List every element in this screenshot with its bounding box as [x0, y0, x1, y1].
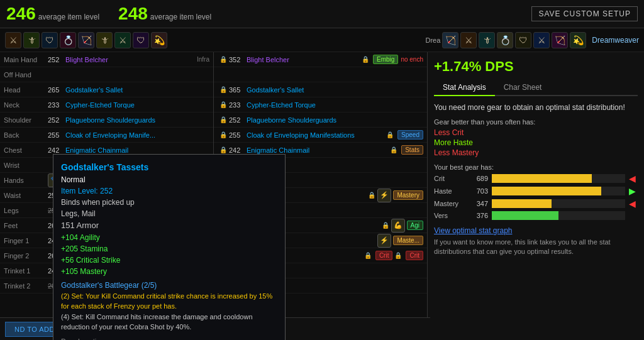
stat-row-mastery: Mastery 347 ◀	[434, 199, 638, 209]
slot-neck: Neck	[4, 101, 48, 109]
tooltip-stat3: +56 Critical Strike	[61, 255, 277, 266]
gear-row-main-hand-right[interactable]: 🔒 352 Blight Belcher 🔒 Embig no ench	[214, 52, 427, 67]
tab-char-sheet[interactable]: Char Sheet	[495, 80, 551, 96]
lock-finger2b: 🔒	[394, 252, 402, 259]
lock-back: 🔒	[219, 131, 227, 138]
item-tooltip: Godstalker's Tassets Normal Item Level: …	[53, 154, 286, 340]
stat-label-haste: Haste	[434, 187, 465, 195]
gear-row-head-right[interactable]: 🔒 365 Godstalker's Sallet	[214, 82, 427, 97]
lock-finger2: 🔒	[364, 252, 372, 259]
stat-bar-fill-crit	[492, 174, 592, 183]
badge-embig: Embig	[373, 55, 398, 64]
badge-agi: Agi	[407, 221, 423, 230]
icon-right-5[interactable]: 🛡	[515, 32, 531, 48]
tooltip-drop-label: Drop Location	[61, 336, 277, 341]
lock-back2: 🔒	[386, 131, 394, 138]
ilvl-head: 265	[48, 86, 65, 94]
right-ilvl: 248	[118, 4, 148, 24]
icon-right-3[interactable]: 🗡	[479, 32, 495, 48]
tooltip-ilvl: Item Level: 252	[61, 185, 277, 197]
slot-finger1: Finger 1	[4, 237, 48, 244]
ilvl-r-neck: 233	[229, 101, 247, 109]
item-blight-belcher: Blight Belcher	[65, 56, 194, 63]
more-haste: More Haste	[434, 138, 638, 147]
icon-1[interactable]: ⚔	[5, 32, 21, 48]
slot-chest: Chest	[4, 146, 48, 154]
slot-finger2: Finger 2	[4, 252, 48, 260]
slot-hands: Hands	[4, 177, 48, 184]
gear-row-shoulder-left[interactable]: Shoulder 252 Plagueborne Shoulderguards	[0, 112, 213, 128]
ilvl-neck: 233	[48, 101, 65, 109]
gear-row-main-hand-left[interactable]: Main Hand 252 Blight Belcher Infra	[0, 52, 213, 67]
gear-row-offhand-left[interactable]: Off Hand	[0, 67, 213, 82]
gear-row-back-right[interactable]: 🔒 255 Cloak of Enveloping Manifestations…	[214, 128, 427, 143]
gear-row-shoulder-right[interactable]: 🔒 252 Plagueborne Shoulderguards	[214, 112, 427, 128]
stat-arrow-haste: ▶	[629, 186, 638, 196]
dream-label: Drea	[425, 36, 440, 44]
item-r-neck: Cypher-Etched Torque	[247, 101, 423, 109]
stat-val-crit: 689	[469, 175, 488, 182]
icon-2[interactable]: 🗡	[23, 32, 40, 48]
icon-5[interactable]: 🏹	[78, 32, 94, 48]
tooltip-stat1: +104 Agility	[61, 232, 277, 243]
mastery-icon: ⚡	[377, 189, 391, 202]
slot-offhand: Off Hand	[4, 71, 48, 79]
ilvl-r-mainhand: 352	[229, 56, 247, 63]
set-bonus-2-text: (2) Set: Your Kill Command critical stri…	[61, 292, 272, 310]
icon-right-6[interactable]: ⚔	[533, 32, 550, 48]
right-ilvl-section: 248 average item level	[118, 4, 211, 24]
gear-row-offhand-right[interactable]	[214, 67, 427, 82]
slot-wrist: Wrist	[4, 162, 48, 169]
tooltip-stat4: +105 Mastery	[61, 266, 277, 277]
item-shoulder: Plagueborne Shoulderguards	[65, 116, 209, 124]
no-ench: no ench	[401, 56, 423, 63]
stat-val-haste: 703	[469, 187, 488, 195]
icon-right-2[interactable]: ⚔	[460, 32, 477, 48]
stat-bar-bg-vers	[492, 211, 625, 220]
view-optimal-link[interactable]: View optimal stat graph	[434, 226, 638, 235]
icon-7[interactable]: ⚔	[114, 32, 131, 48]
gear-row-neck-left[interactable]: Neck 233 Cypher-Etched Torque	[0, 97, 213, 112]
maste-icon: ⚡	[377, 234, 391, 248]
icon-9[interactable]: 💫	[151, 32, 167, 48]
best-gear-label: Your best gear has:	[434, 163, 638, 171]
item-r-head: Godstalker's Sallet	[247, 86, 423, 94]
ilvl-r-shoulder: 252	[229, 116, 247, 124]
icon-8[interactable]: 🛡	[133, 32, 149, 48]
stat-row-vers: Vers 376	[434, 211, 638, 220]
stat-arrow-mastery: ◀	[629, 199, 638, 209]
stat-bar-fill-haste	[492, 187, 601, 195]
item-r-back: Cloak of Enveloping Manifestations	[247, 131, 384, 139]
stat-val-vers: 376	[469, 212, 488, 219]
icon-4[interactable]: 💍	[60, 32, 76, 48]
slot-legs: Legs	[4, 207, 48, 214]
stat-arrow-crit: ◀	[629, 173, 638, 184]
tab-stat-analysis[interactable]: Stat Analysis	[434, 80, 495, 96]
icon-right-8[interactable]: 💫	[570, 32, 586, 48]
right-ilvl-label: average item level	[150, 13, 211, 21]
badge-mastery: Mastery	[393, 190, 423, 200]
gear-row-head-left[interactable]: Head 265 Godstalker's Sallet	[0, 82, 213, 97]
gear-row-neck-right[interactable]: 🔒 233 Cypher-Etched Torque	[214, 97, 427, 112]
lock-icon2: 🔒	[362, 56, 369, 63]
icon-6[interactable]: 🗡	[96, 32, 113, 48]
icon-3[interactable]: 🛡	[42, 32, 58, 48]
view-desc: If you want to know more, this link take…	[434, 238, 638, 257]
save-custom-setup-button[interactable]: SAVE CUSTOM SETUP	[531, 6, 638, 21]
ilvl-main-hand: 252	[48, 56, 65, 63]
badge-speed: Speed	[397, 130, 423, 140]
tooltip-title: Godstalker's Tassets	[61, 161, 277, 174]
tab-row: Stat Analysis Char Sheet	[434, 80, 638, 96]
gear-row-back-left[interactable]: Back 255 Cloak of Enveloping Manife...	[0, 128, 213, 143]
stat-label-vers: Vers	[434, 212, 465, 219]
slot-main-hand: Main Hand	[4, 56, 48, 63]
left-ilvl-section: 246 average item level	[6, 4, 99, 24]
icon-right-7[interactable]: 🏹	[552, 32, 568, 48]
item-head: Godstalker's Sallet	[65, 86, 209, 94]
icon-right-4[interactable]: 💍	[497, 32, 513, 48]
icon-right-1[interactable]: 🏹	[442, 32, 458, 48]
icon-row: ⚔ 🗡 🛡 💍 🏹 🗡 ⚔ 🛡 💫 Drea 🏹 ⚔ 🗡 💍 🛡 ⚔ 🏹 💫 D…	[0, 28, 644, 52]
slot-trinket2: Trinket 2	[4, 282, 48, 290]
slot-feet: Feet	[4, 222, 48, 229]
item-r-shoulder: Plagueborne Shoulderguards	[247, 116, 423, 124]
